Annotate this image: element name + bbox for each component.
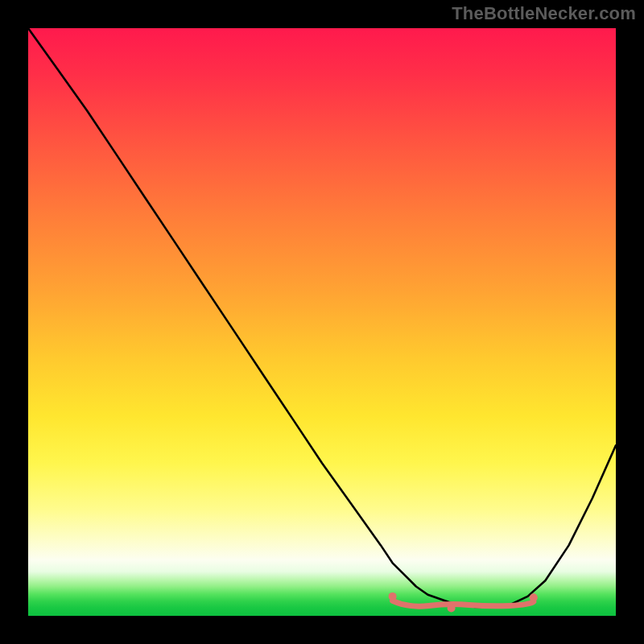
watermark-text: TheBottleNecker.com [452,3,636,24]
chart-stage: TheBottleNecker.com [0,0,644,644]
plot-area [28,28,616,616]
gradient-background [28,28,616,616]
